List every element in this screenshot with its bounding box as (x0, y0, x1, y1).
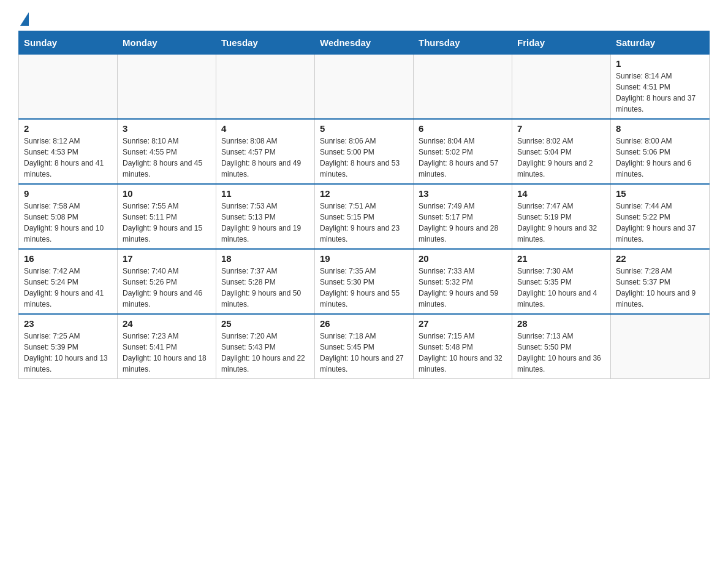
day-info: Sunrise: 8:12 AMSunset: 4:53 PMDaylight:… (24, 136, 112, 180)
day-info: Sunrise: 7:37 AMSunset: 5:28 PMDaylight:… (221, 266, 309, 310)
day-number: 5 (320, 123, 408, 134)
day-number: 8 (616, 123, 704, 134)
day-number: 27 (419, 318, 507, 329)
day-info: Sunrise: 7:33 AMSunset: 5:32 PMDaylight:… (419, 266, 507, 310)
day-info: Sunrise: 7:35 AMSunset: 5:30 PMDaylight:… (320, 266, 408, 310)
day-info: Sunrise: 7:47 AMSunset: 5:19 PMDaylight:… (517, 201, 605, 245)
calendar-day-cell: 20Sunrise: 7:33 AMSunset: 5:32 PMDayligh… (414, 249, 512, 314)
calendar-day-cell: 17Sunrise: 7:40 AMSunset: 5:26 PMDayligh… (118, 249, 216, 314)
day-info: Sunrise: 7:40 AMSunset: 5:26 PMDaylight:… (123, 266, 211, 310)
day-info: Sunrise: 8:10 AMSunset: 4:55 PMDaylight:… (123, 136, 211, 180)
calendar-day-cell (414, 55, 512, 120)
day-info: Sunrise: 7:23 AMSunset: 5:41 PMDaylight:… (123, 331, 211, 375)
calendar-day-cell: 12Sunrise: 7:51 AMSunset: 5:15 PMDayligh… (315, 184, 414, 249)
calendar-week-row: 2Sunrise: 8:12 AMSunset: 4:53 PMDaylight… (19, 119, 710, 184)
calendar-day-cell: 5Sunrise: 8:06 AMSunset: 5:00 PMDaylight… (315, 119, 414, 184)
calendar-day-cell: 22Sunrise: 7:28 AMSunset: 5:37 PMDayligh… (611, 249, 710, 314)
calendar-day-cell: 26Sunrise: 7:18 AMSunset: 5:45 PMDayligh… (315, 314, 414, 379)
day-number: 19 (320, 253, 408, 264)
day-number: 26 (320, 318, 408, 329)
calendar-day-cell: 24Sunrise: 7:23 AMSunset: 5:41 PMDayligh… (118, 314, 216, 379)
calendar-day-cell (512, 55, 611, 120)
calendar-day-cell: 1Sunrise: 8:14 AMSunset: 4:51 PMDaylight… (611, 55, 710, 120)
day-number: 22 (616, 253, 704, 264)
weekday-header: Thursday (414, 31, 512, 55)
logo-triangle-icon (20, 12, 29, 26)
calendar-header-row: SundayMondayTuesdayWednesdayThursdayFrid… (19, 31, 710, 55)
calendar-week-row: 23Sunrise: 7:25 AMSunset: 5:39 PMDayligh… (19, 314, 710, 379)
day-info: Sunrise: 8:02 AMSunset: 5:04 PMDaylight:… (517, 136, 605, 180)
day-number: 24 (123, 318, 211, 329)
calendar-day-cell: 10Sunrise: 7:55 AMSunset: 5:11 PMDayligh… (118, 184, 216, 249)
calendar-day-cell: 6Sunrise: 8:04 AMSunset: 5:02 PMDaylight… (414, 119, 512, 184)
day-number: 9 (24, 188, 112, 199)
weekday-header: Saturday (611, 31, 710, 55)
day-info: Sunrise: 7:42 AMSunset: 5:24 PMDaylight:… (24, 266, 112, 310)
day-number: 15 (616, 188, 704, 199)
day-number: 11 (221, 188, 309, 199)
calendar-week-row: 9Sunrise: 7:58 AMSunset: 5:08 PMDaylight… (19, 184, 710, 249)
day-number: 28 (517, 318, 605, 329)
calendar-day-cell (315, 55, 414, 120)
logo (18, 12, 29, 25)
day-number: 20 (419, 253, 507, 264)
weekday-header: Friday (512, 31, 611, 55)
calendar-day-cell: 21Sunrise: 7:30 AMSunset: 5:35 PMDayligh… (512, 249, 611, 314)
day-info: Sunrise: 8:08 AMSunset: 4:57 PMDaylight:… (221, 136, 309, 180)
day-info: Sunrise: 7:49 AMSunset: 5:17 PMDaylight:… (419, 201, 507, 245)
calendar-day-cell: 18Sunrise: 7:37 AMSunset: 5:28 PMDayligh… (216, 249, 315, 314)
calendar-day-cell: 7Sunrise: 8:02 AMSunset: 5:04 PMDaylight… (512, 119, 611, 184)
calendar-week-row: 1Sunrise: 8:14 AMSunset: 4:51 PMDaylight… (19, 55, 710, 120)
calendar-day-cell: 8Sunrise: 8:00 AMSunset: 5:06 PMDaylight… (611, 119, 710, 184)
calendar-table: SundayMondayTuesdayWednesdayThursdayFrid… (18, 31, 710, 379)
day-info: Sunrise: 7:13 AMSunset: 5:50 PMDaylight:… (517, 331, 605, 375)
day-number: 18 (221, 253, 309, 264)
day-number: 14 (517, 188, 605, 199)
calendar-day-cell: 13Sunrise: 7:49 AMSunset: 5:17 PMDayligh… (414, 184, 512, 249)
calendar-day-cell: 28Sunrise: 7:13 AMSunset: 5:50 PMDayligh… (512, 314, 611, 379)
day-info: Sunrise: 7:15 AMSunset: 5:48 PMDaylight:… (419, 331, 507, 375)
calendar-day-cell: 11Sunrise: 7:53 AMSunset: 5:13 PMDayligh… (216, 184, 315, 249)
day-number: 2 (24, 123, 112, 134)
weekday-header: Sunday (19, 31, 118, 55)
calendar-day-cell: 9Sunrise: 7:58 AMSunset: 5:08 PMDaylight… (19, 184, 118, 249)
day-info: Sunrise: 7:18 AMSunset: 5:45 PMDaylight:… (320, 331, 408, 375)
day-number: 3 (123, 123, 211, 134)
calendar-day-cell: 25Sunrise: 7:20 AMSunset: 5:43 PMDayligh… (216, 314, 315, 379)
day-info: Sunrise: 8:06 AMSunset: 5:00 PMDaylight:… (320, 136, 408, 180)
calendar-week-row: 16Sunrise: 7:42 AMSunset: 5:24 PMDayligh… (19, 249, 710, 314)
calendar-day-cell (19, 55, 118, 120)
calendar-day-cell: 14Sunrise: 7:47 AMSunset: 5:19 PMDayligh… (512, 184, 611, 249)
day-number: 21 (517, 253, 605, 264)
day-info: Sunrise: 7:28 AMSunset: 5:37 PMDaylight:… (616, 266, 704, 310)
day-info: Sunrise: 7:20 AMSunset: 5:43 PMDaylight:… (221, 331, 309, 375)
calendar-day-cell (216, 55, 315, 120)
day-info: Sunrise: 7:30 AMSunset: 5:35 PMDaylight:… (517, 266, 605, 310)
day-number: 17 (123, 253, 211, 264)
calendar-day-cell: 19Sunrise: 7:35 AMSunset: 5:30 PMDayligh… (315, 249, 414, 314)
page-header (18, 12, 710, 25)
day-info: Sunrise: 7:25 AMSunset: 5:39 PMDaylight:… (24, 331, 112, 375)
day-number: 25 (221, 318, 309, 329)
weekday-header: Tuesday (216, 31, 315, 55)
day-info: Sunrise: 8:14 AMSunset: 4:51 PMDaylight:… (616, 71, 704, 115)
day-info: Sunrise: 7:44 AMSunset: 5:22 PMDaylight:… (616, 201, 704, 245)
day-number: 10 (123, 188, 211, 199)
day-info: Sunrise: 7:53 AMSunset: 5:13 PMDaylight:… (221, 201, 309, 245)
day-number: 16 (24, 253, 112, 264)
weekday-header: Wednesday (315, 31, 414, 55)
day-number: 6 (419, 123, 507, 134)
day-info: Sunrise: 7:51 AMSunset: 5:15 PMDaylight:… (320, 201, 408, 245)
calendar-day-cell: 23Sunrise: 7:25 AMSunset: 5:39 PMDayligh… (19, 314, 118, 379)
calendar-day-cell (118, 55, 216, 120)
calendar-day-cell: 3Sunrise: 8:10 AMSunset: 4:55 PMDaylight… (118, 119, 216, 184)
day-info: Sunrise: 7:55 AMSunset: 5:11 PMDaylight:… (123, 201, 211, 245)
weekday-header: Monday (118, 31, 216, 55)
day-info: Sunrise: 8:04 AMSunset: 5:02 PMDaylight:… (419, 136, 507, 180)
day-number: 4 (221, 123, 309, 134)
calendar-day-cell: 4Sunrise: 8:08 AMSunset: 4:57 PMDaylight… (216, 119, 315, 184)
day-number: 23 (24, 318, 112, 329)
calendar-day-cell: 27Sunrise: 7:15 AMSunset: 5:48 PMDayligh… (414, 314, 512, 379)
day-number: 1 (616, 58, 704, 69)
day-number: 12 (320, 188, 408, 199)
